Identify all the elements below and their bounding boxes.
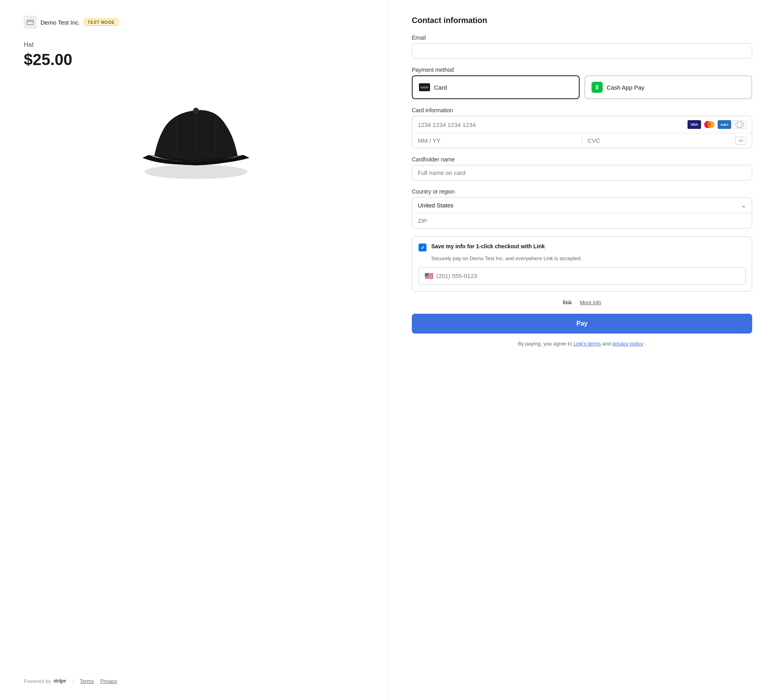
country-group: Country or region United States ⌄	[412, 188, 752, 228]
links-terms-link[interactable]: Link's terms	[574, 341, 601, 347]
cardholder-group: Cardholder name	[412, 156, 752, 180]
us-flag-icon: 🇺🇸	[424, 272, 433, 280]
phone-input-row[interactable]: 🇺🇸	[419, 267, 745, 285]
terms-text: By paying, you agree to Link's terms and…	[412, 340, 752, 348]
country-label: Country or region	[412, 188, 752, 195]
merchant-header: Demo Test Inc. TEST MODE	[24, 16, 364, 29]
link-header: ✓ Save my info for 1-click checkout with…	[419, 243, 745, 251]
visa-icon: VISA	[688, 120, 701, 129]
privacy-link-footer[interactable]: Privacy	[100, 678, 117, 684]
svg-point-2	[193, 108, 199, 113]
product-name: Hat	[24, 41, 364, 48]
amex-icon: AMEX	[718, 120, 731, 129]
email-input[interactable]	[412, 43, 752, 59]
link-section: ✓ Save my info for 1-click checkout with…	[412, 236, 752, 292]
tab-cashapp[interactable]: $ Cash App Pay	[584, 75, 752, 99]
tab-card-label: Card	[434, 84, 447, 91]
product-image	[24, 81, 364, 199]
checkmark-icon: ✓	[421, 245, 425, 251]
link-description: Securely pay on Demo Test Inc. and every…	[419, 255, 745, 263]
merchant-logo	[24, 16, 36, 29]
cardholder-input[interactable]	[412, 165, 752, 180]
payment-method-grid: Card $ Cash App Pay	[412, 75, 752, 99]
right-panel: Contact information Email Payment method…	[388, 0, 776, 700]
phone-input[interactable]	[436, 272, 740, 279]
card-info-group: Card information VISA AMEX	[412, 107, 752, 148]
country-select-text: United States	[418, 202, 453, 209]
privacy-policy-link[interactable]: privacy policy	[612, 341, 643, 347]
link-dot: ·	[575, 299, 577, 305]
card-stripe-icon	[421, 86, 428, 88]
card-number-input[interactable]	[418, 121, 688, 128]
card-bottom-row: 123	[412, 133, 752, 148]
cvc-wrapper: 123	[582, 133, 752, 148]
country-select-row[interactable]: United States ⌄	[412, 198, 752, 213]
payment-method-group: Payment method Card $ Cash App Pay	[412, 67, 752, 99]
tab-cashapp-label: Cash App Pay	[607, 84, 644, 91]
card-tab-icon	[419, 83, 430, 91]
powered-by-text: Powered by	[24, 678, 51, 684]
stripe-logo: stripe	[54, 678, 66, 684]
email-group: Email	[412, 35, 752, 59]
payment-method-label: Payment method	[412, 67, 752, 73]
card-icons: VISA AMEX	[688, 120, 746, 129]
card-cvc-input[interactable]	[582, 133, 735, 148]
email-label: Email	[412, 35, 752, 41]
zip-input[interactable]	[412, 213, 752, 228]
country-region-box: United States ⌄	[412, 197, 752, 228]
svg-point-5	[736, 121, 742, 128]
tab-card[interactable]: Card	[412, 75, 580, 99]
terms-link-footer[interactable]: Terms	[80, 678, 94, 684]
merchant-name: Demo Test Inc.	[40, 19, 80, 26]
link-branding: link · More info	[412, 299, 752, 306]
diners-icon	[733, 120, 746, 129]
link-save-title: Save my info for 1-click checkout with L…	[431, 243, 545, 249]
powered-by: Powered by stripe	[24, 678, 66, 684]
footer-left: Powered by stripe | Terms Privacy	[24, 662, 364, 684]
test-mode-badge: TEST MODE	[84, 19, 119, 26]
svg-point-6	[737, 121, 743, 128]
card-number-row: VISA AMEX	[412, 116, 752, 133]
link-checkbox[interactable]: ✓	[419, 244, 426, 251]
pay-button[interactable]: Pay	[412, 314, 752, 334]
more-info-link[interactable]: More info	[580, 299, 601, 305]
footer-divider: |	[72, 678, 73, 684]
product-price: $25.00	[24, 51, 364, 69]
svg-rect-0	[27, 20, 33, 25]
cardholder-label: Cardholder name	[412, 156, 752, 163]
terms-and: and	[602, 341, 612, 347]
cvc-icon: 123	[735, 137, 746, 145]
card-info-box: VISA AMEX	[412, 116, 752, 148]
mastercard-icon	[703, 120, 716, 129]
svg-point-1	[144, 165, 248, 179]
left-panel: Demo Test Inc. TEST MODE Hat $25.00	[0, 0, 388, 700]
chevron-down-icon: ⌄	[741, 201, 746, 209]
card-expiry-input[interactable]	[412, 133, 582, 148]
contact-info-title: Contact information	[412, 16, 752, 25]
card-info-label: Card information	[412, 107, 752, 113]
cashapp-icon: $	[592, 82, 603, 93]
link-logo: link	[563, 299, 572, 306]
terms-prefix: By paying, you agree to	[518, 341, 573, 347]
terms-suffix: .	[645, 341, 646, 347]
